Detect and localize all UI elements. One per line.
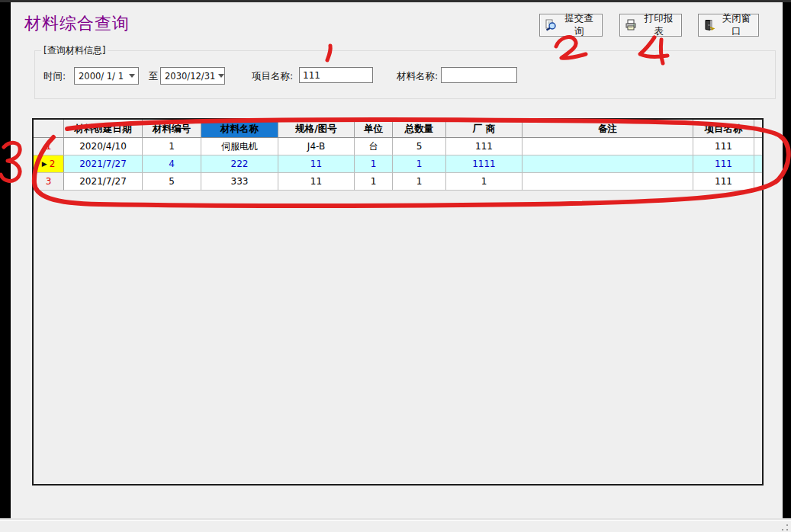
- row-number: 2: [50, 155, 56, 172]
- date-to-picker[interactable]: 2030/12/31: [160, 67, 225, 85]
- query-groupbox-label: [查询材料信息]: [41, 44, 108, 57]
- material-name-label: 材料名称:: [397, 70, 438, 83]
- table-cell[interactable]: 111: [693, 155, 754, 173]
- materials-table: 材料创建日期材料编号材料名称规格/图号单位总数量厂 商备注项目名称 12020/…: [32, 118, 764, 486]
- table-cell[interactable]: 11: [278, 173, 355, 191]
- column-header[interactable]: 材料编号: [143, 120, 201, 138]
- table-cell[interactable]: 1: [355, 173, 393, 191]
- table-row[interactable]: 12020/4/101伺服电机J4-B台5111111: [34, 138, 762, 155]
- table-cell[interactable]: 1: [355, 155, 393, 173]
- column-header[interactable]: 总数量: [393, 120, 446, 138]
- table-row[interactable]: 32021/7/27533311111111: [34, 173, 762, 191]
- row-number-cell[interactable]: ▶2: [34, 155, 64, 173]
- row-filler: [754, 138, 762, 155]
- print-report-button[interactable]: 打印报表: [619, 14, 682, 37]
- material-name-input[interactable]: [441, 67, 517, 83]
- table-cell[interactable]: 台: [355, 138, 393, 155]
- column-header[interactable]: 规格/图号: [278, 120, 355, 138]
- column-header[interactable]: 厂 商: [446, 120, 523, 138]
- table-cell[interactable]: 111: [693, 138, 754, 155]
- table-cell[interactable]: J4-B: [278, 138, 355, 155]
- search-doc-icon: [545, 19, 557, 31]
- column-header[interactable]: 材料名称: [201, 120, 278, 138]
- table-cell[interactable]: 5: [143, 173, 201, 191]
- table-cell[interactable]: 333: [201, 173, 278, 191]
- table-cell[interactable]: 2021/7/27: [64, 173, 143, 191]
- column-header[interactable]: 单位: [355, 120, 393, 138]
- table-cell[interactable]: 111: [693, 173, 754, 191]
- page-title: 材料综合查询: [24, 12, 130, 35]
- table-cell[interactable]: 11: [278, 155, 355, 173]
- row-number: 1: [46, 138, 52, 155]
- row-number-cell[interactable]: 1: [34, 138, 64, 155]
- resize-grip-icon[interactable]: [779, 521, 788, 530]
- table-body: 12020/4/101伺服电机J4-B台5111111▶22021/7/2742…: [34, 138, 762, 191]
- table-cell[interactable]: 5: [393, 138, 446, 155]
- app-window: 材料综合查询 [查询材料信息] 时间: 2000/ 1/ 1 至 2030/12…: [0, 0, 791, 532]
- close-window-button[interactable]: 关闭窗口: [698, 14, 759, 37]
- chevron-down-icon: [129, 74, 135, 78]
- chevron-down-icon: [218, 74, 224, 78]
- window-frame-top: [0, 0, 791, 2]
- time-label: 时间:: [43, 70, 66, 83]
- column-header-filler: [754, 120, 762, 138]
- row-number: 3: [46, 173, 52, 190]
- exit-door-icon: [703, 19, 715, 31]
- print-report-label: 打印报表: [641, 12, 677, 38]
- row-number-cell[interactable]: 3: [34, 173, 64, 191]
- table-cell[interactable]: 4: [143, 155, 201, 173]
- window-frame-right: [783, 2, 791, 520]
- table-cell[interactable]: 1: [446, 173, 523, 191]
- table-cell[interactable]: [523, 138, 693, 155]
- table-cell[interactable]: 222: [201, 155, 278, 173]
- table-cell[interactable]: 1: [393, 173, 446, 191]
- row-filler: [754, 155, 762, 173]
- table-cell[interactable]: 111: [446, 138, 523, 155]
- column-header[interactable]: 材料创建日期: [64, 120, 143, 138]
- date-to-value: 2030/12/31: [165, 71, 215, 82]
- current-row-arrow-icon: ▶: [42, 161, 47, 168]
- submit-query-button[interactable]: 提交查询: [539, 14, 603, 37]
- to-label: 至: [149, 70, 159, 83]
- table-cell[interactable]: 2021/7/27: [64, 155, 143, 173]
- table-cell[interactable]: 1: [393, 155, 446, 173]
- table-cell[interactable]: 1111: [446, 155, 523, 173]
- close-window-label: 关闭窗口: [719, 12, 754, 38]
- project-name-input[interactable]: [299, 67, 373, 83]
- table-cell[interactable]: 伺服电机: [201, 138, 278, 155]
- table-header-row: 材料创建日期材料编号材料名称规格/图号单位总数量厂 商备注项目名称: [34, 120, 762, 138]
- row-selector-header[interactable]: [34, 120, 64, 138]
- date-from-value: 2000/ 1/ 1: [79, 71, 124, 82]
- table-cell[interactable]: [523, 155, 693, 173]
- printer-icon: [625, 19, 637, 31]
- table-cell[interactable]: [523, 173, 693, 191]
- table-cell[interactable]: 1: [143, 138, 201, 155]
- row-filler: [754, 173, 762, 191]
- window-frame-left: [0, 2, 11, 520]
- table-row[interactable]: ▶22021/7/27422211111111111: [34, 155, 762, 173]
- column-header[interactable]: 备注: [523, 120, 693, 138]
- project-name-label: 项目名称:: [252, 70, 293, 83]
- date-from-picker[interactable]: 2000/ 1/ 1: [74, 67, 139, 85]
- submit-query-label: 提交查询: [561, 12, 597, 38]
- column-header[interactable]: 项目名称: [693, 120, 754, 138]
- table-cell[interactable]: 2020/4/10: [64, 138, 143, 155]
- status-bar: [0, 520, 791, 532]
